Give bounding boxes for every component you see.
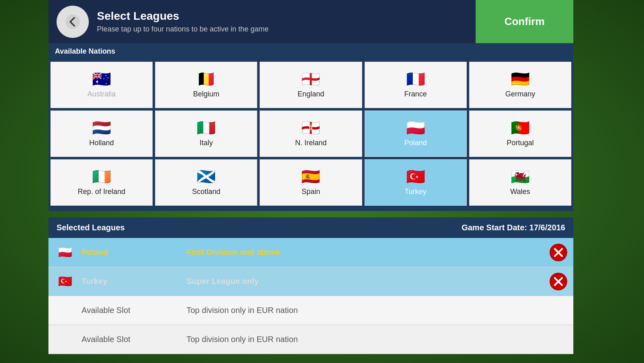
nation-cell-germany[interactable]: 🇩🇪 Germany xyxy=(469,62,571,108)
league-flag-turkey_league: 🇹🇷 xyxy=(55,275,75,288)
nation-name-n_ireland: N. Ireland xyxy=(295,139,327,147)
remove-btn-empty-3 xyxy=(548,330,568,350)
league-division-poland_league: First Division and above xyxy=(187,248,543,257)
flag-italy: 🇮🇹 xyxy=(197,120,216,136)
nation-cell-scotland[interactable]: 🏴󠁧󠁢󠁳󠁣󠁴󠁿 Scotland xyxy=(155,159,257,206)
nation-cell-belgium[interactable]: 🇧🇪 Belgium xyxy=(155,62,257,108)
nations-grid: 🇦🇺 Australia 🇧🇪 Belgium 🏴󠁧󠁢󠁥󠁮󠁧󠁿 England … xyxy=(48,60,573,211)
remove-btn-turkey_league[interactable] xyxy=(548,271,568,292)
nation-name-wales: Wales xyxy=(510,188,530,196)
leagues-list: 🇵🇱 Poland First Division and above 🇹🇷 Tu… xyxy=(48,238,573,354)
nation-cell-spain[interactable]: 🇪🇸 Spain xyxy=(260,159,362,206)
nation-cell-n_ireland[interactable]: 🏴󠁧󠁢󠁮󠁩󠁲󠁿 N. Ireland xyxy=(260,111,362,157)
remove-btn-empty-2 xyxy=(548,300,568,321)
flag-scotland: 🏴󠁧󠁢󠁳󠁣󠁴󠁿 xyxy=(197,169,216,184)
game-start-date: Game Start Date: 17/6/2016 xyxy=(461,223,565,232)
league-name-slot3: Available Slot xyxy=(82,306,187,315)
selected-section: Selected Leagues Game Start Date: 17/6/2… xyxy=(48,217,573,354)
league-division-slot4: Top division only in EUR nation xyxy=(187,335,543,344)
league-row-poland_league: 🇵🇱 Poland First Division and above xyxy=(48,238,573,267)
flag-spain: 🇪🇸 xyxy=(301,169,320,184)
flag-germany: 🇩🇪 xyxy=(511,71,530,87)
flag-wales: 🏴󠁧󠁢󠁷󠁬󠁳󠁿 xyxy=(511,169,530,184)
nation-name-italy: Italy xyxy=(199,139,213,147)
nation-cell-wales[interactable]: 🏴󠁧󠁢󠁷󠁬󠁳󠁿 Wales xyxy=(469,159,571,206)
league-division-slot3: Top division only in EUR nation xyxy=(187,306,543,315)
league-row-turkey_league: 🇹🇷 Turkey Super League only xyxy=(48,267,573,296)
nation-cell-poland[interactable]: 🇵🇱 Poland xyxy=(365,111,467,157)
nation-cell-england[interactable]: 🏴󠁧󠁢󠁥󠁮󠁧󠁿 England xyxy=(260,62,362,108)
nation-cell-australia[interactable]: 🇦🇺 Australia xyxy=(50,62,153,108)
flag-france: 🇫🇷 xyxy=(406,71,425,87)
header-text: Select Leagues Please tap up to four nat… xyxy=(97,10,476,33)
nation-cell-france[interactable]: 🇫🇷 France xyxy=(365,62,467,108)
flag-poland: 🇵🇱 xyxy=(406,120,425,136)
flag-belgium: 🇧🇪 xyxy=(197,71,216,87)
nation-name-germany: Germany xyxy=(505,90,535,98)
header-subtitle: Please tap up to four nations to be acti… xyxy=(97,25,476,33)
confirm-button[interactable]: Confirm xyxy=(476,0,573,43)
main-container: Select Leagues Please tap up to four nat… xyxy=(48,0,573,363)
league-row-slot3: Available Slot Top division only in EUR … xyxy=(48,296,573,325)
league-name-turkey_league: Turkey xyxy=(82,277,187,286)
nation-name-holland: Holland xyxy=(89,139,114,147)
nation-name-australia: Australia xyxy=(88,90,116,98)
nation-name-turkey: Turkey xyxy=(405,188,426,196)
header-title: Select Leagues xyxy=(97,10,476,23)
back-button[interactable] xyxy=(57,6,89,38)
flag-england: 🏴󠁧󠁢󠁥󠁮󠁧󠁿 xyxy=(301,71,320,87)
nation-name-spain: Spain xyxy=(302,188,320,196)
nation-cell-portugal[interactable]: 🇵🇹 Portugal xyxy=(469,111,571,157)
flag-australia: 🇦🇺 xyxy=(92,71,111,87)
svg-point-0 xyxy=(65,15,80,29)
nations-header: Available Nations xyxy=(48,43,573,60)
nation-cell-turkey[interactable]: 🇹🇷 Turkey xyxy=(365,159,467,206)
nation-name-poland: Poland xyxy=(404,139,427,147)
nation-cell-holland[interactable]: 🇳🇱 Holland xyxy=(50,111,153,157)
nation-name-england: England xyxy=(298,90,324,98)
flag-portugal: 🇵🇹 xyxy=(511,120,530,136)
league-name-slot4: Available Slot xyxy=(82,335,187,344)
selected-header: Selected Leagues Game Start Date: 17/6/2… xyxy=(48,217,573,238)
nation-name-portugal: Portugal xyxy=(507,139,534,147)
flag-n_ireland: 🏴󠁧󠁢󠁮󠁩󠁲󠁿 xyxy=(301,120,320,136)
flag-turkey: 🇹🇷 xyxy=(406,169,425,184)
nation-name-belgium: Belgium xyxy=(193,90,219,98)
league-flag-poland_league: 🇵🇱 xyxy=(55,246,75,259)
header: Select Leagues Please tap up to four nat… xyxy=(48,0,573,43)
nation-name-rep_ireland: Rep. of Ireland xyxy=(78,188,126,196)
nation-cell-rep_ireland[interactable]: 🇮🇪 Rep. of Ireland xyxy=(50,159,153,206)
league-name-poland_league: Poland xyxy=(82,248,187,257)
flag-holland: 🇳🇱 xyxy=(92,120,111,136)
remove-btn-poland_league[interactable] xyxy=(548,242,568,263)
league-row-slot4: Available Slot Top division only in EUR … xyxy=(48,325,573,354)
nations-section: Available Nations 🇦🇺 Australia 🇧🇪 Belgiu… xyxy=(48,43,573,211)
league-division-turkey_league: Super League only xyxy=(187,277,543,286)
nation-name-france: France xyxy=(404,90,427,98)
selected-leagues-title: Selected Leagues xyxy=(57,223,461,232)
nation-cell-italy[interactable]: 🇮🇹 Italy xyxy=(155,111,257,157)
flag-rep_ireland: 🇮🇪 xyxy=(92,169,111,184)
nation-name-scotland: Scotland xyxy=(192,188,220,196)
